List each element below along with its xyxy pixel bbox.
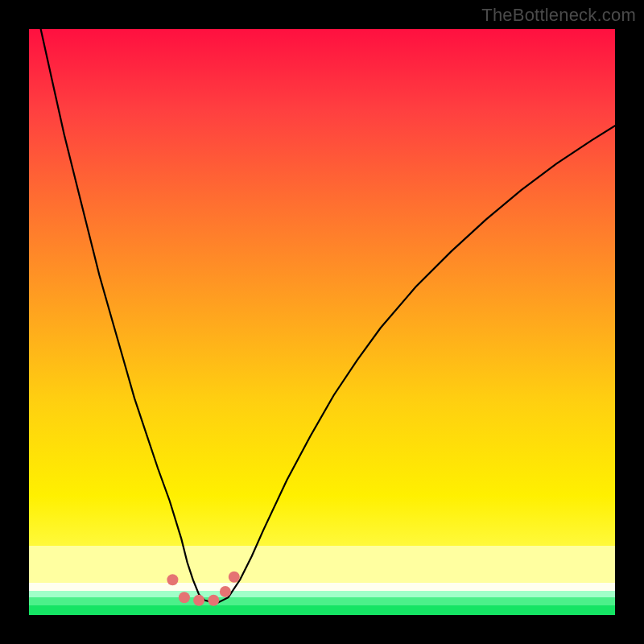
band-green-strong: [29, 605, 615, 615]
band-cyan: [29, 591, 615, 597]
band-green-light: [29, 597, 615, 605]
chart-background-gradient: [29, 29, 615, 578]
chart-frame: [29, 29, 615, 615]
band-pale-yellow: [29, 546, 615, 583]
band-off-white: [29, 583, 615, 591]
watermark-text: TheBottleneck.com: [481, 5, 636, 26]
